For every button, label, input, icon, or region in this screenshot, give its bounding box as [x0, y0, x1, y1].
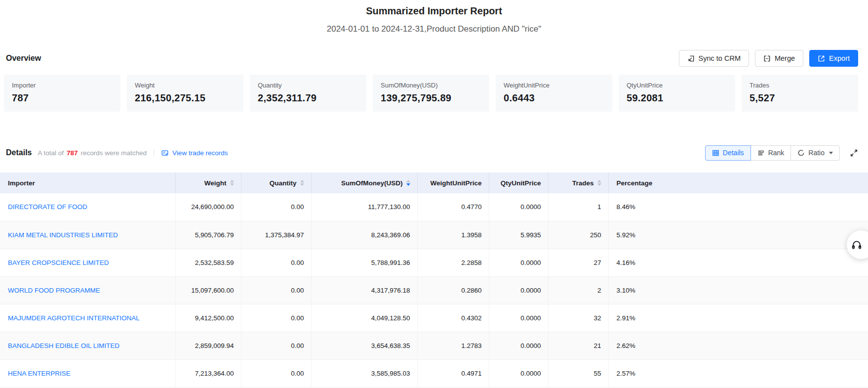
- stat-card-qtyunitprice: QtyUnitPrice 59.2081: [619, 75, 735, 112]
- records-matched-text: A total of 787 records were matched: [38, 149, 147, 157]
- cell-importer: DIRECTORATE OF FOOD: [0, 193, 175, 221]
- cell-weight: 24,690,000.00: [175, 193, 241, 221]
- stat-label: QtyUnitPrice: [627, 82, 727, 89]
- export-button[interactable]: Export: [809, 50, 858, 67]
- cell-trades: 55: [548, 359, 608, 387]
- cell-importer: BAYER CROPSCIENCE LIMITED: [0, 249, 175, 276]
- view-mode-ratio-button[interactable]: Ratio: [790, 145, 840, 161]
- fullscreen-icon[interactable]: [850, 149, 858, 157]
- cell-weight_unit_price: 0.4971: [417, 359, 489, 387]
- cell-weight: 5,905,706.79: [175, 221, 241, 249]
- stat-card-sumofmoney: SumOfMoney(USD) 139,275,795.89: [373, 75, 489, 112]
- matched-suffix: records were matched: [81, 149, 147, 157]
- stat-label: SumOfMoney(USD): [381, 82, 481, 89]
- cell-trades: 27: [548, 249, 608, 276]
- importer-table: Importer Weight Quantity SumOfMoney(USD)…: [0, 172, 868, 388]
- importer-link[interactable]: DIRECTORATE OF FOOD: [8, 203, 87, 211]
- merge-icon: [763, 55, 771, 62]
- view-mode-rank-button[interactable]: Rank: [750, 145, 791, 161]
- view-mode-details-button[interactable]: Details: [705, 145, 751, 161]
- cell-percentage: 4.16%: [608, 249, 868, 276]
- sort-icon-desc-active[interactable]: [406, 180, 410, 186]
- trade-records-icon: [161, 149, 169, 157]
- view-trade-records-link[interactable]: View trade records: [161, 149, 228, 157]
- view-trade-records-label: View trade records: [172, 149, 228, 157]
- stat-label: WeightUnitPrice: [504, 82, 604, 89]
- column-header-importer: Importer: [0, 172, 175, 193]
- importer-link[interactable]: WORLD FOOD PROGRAMME: [8, 287, 100, 294]
- column-label: WeightUnitPrice: [430, 179, 481, 187]
- stat-label: Importer: [12, 82, 113, 89]
- cell-percentage: 5.92%: [608, 221, 868, 249]
- table-grid-icon: [712, 149, 719, 157]
- importer-link[interactable]: BANGLADESH EDIBLE OIL LIMITED: [8, 342, 119, 349]
- cell-qty_unit_price: 0.0000: [489, 304, 548, 332]
- rank-bars-icon: [757, 149, 765, 157]
- sync-to-crm-button[interactable]: Sync to CRM: [679, 50, 749, 67]
- stat-label: Quantity: [258, 82, 358, 89]
- cell-qty_unit_price: 0.0000: [489, 332, 548, 359]
- ratio-donut-icon: [797, 149, 805, 157]
- stat-value: 2,352,311.79: [258, 92, 358, 104]
- column-header-percentage: Percentage: [608, 172, 868, 193]
- sort-icon[interactable]: [597, 180, 601, 186]
- column-label: QtyUnitPrice: [501, 179, 541, 187]
- column-header-quantity[interactable]: Quantity: [241, 172, 311, 193]
- stat-value: 59.2081: [627, 92, 727, 104]
- cell-trades: 32: [548, 304, 608, 332]
- cell-quantity: 0.00: [241, 359, 311, 387]
- stat-value: 139,275,795.89: [381, 92, 481, 104]
- overview-heading: Overview: [4, 54, 41, 63]
- cell-qty_unit_price: 0.0000: [489, 359, 548, 387]
- cell-sum_of_money_usd: 4,049,128.50: [311, 304, 417, 332]
- column-header-weightunitprice: WeightUnitPrice: [417, 172, 489, 193]
- importer-link[interactable]: KIAM METAL INDUSTRIES LIMITED: [8, 231, 118, 239]
- sort-icon[interactable]: [300, 180, 304, 186]
- stat-card-trades: Trades 5,527: [742, 75, 858, 112]
- column-label: Percentage: [617, 179, 653, 187]
- chevron-down-icon: [829, 152, 833, 154]
- cell-weight_unit_price: 0.4302: [417, 304, 489, 332]
- stat-card-weightunitprice: WeightUnitPrice 0.6443: [496, 75, 612, 112]
- stat-card-weight: Weight 216,150,275.15: [127, 75, 243, 112]
- cell-importer: KIAM METAL INDUSTRIES LIMITED: [0, 221, 175, 249]
- cell-trades: 250: [548, 221, 608, 249]
- report-query-subtitle: 2024-01-01 to 2024-12-31,Product Descrip…: [0, 24, 868, 34]
- cell-importer: BANGLADESH EDIBLE OIL LIMITED: [0, 332, 175, 359]
- column-label: SumOfMoney(USD): [341, 179, 403, 187]
- cell-trades: 1: [548, 193, 608, 221]
- summarized-importer-report-page: Summarized Importer Report 2024-01-01 to…: [0, 0, 868, 388]
- column-header-trades[interactable]: Trades: [548, 172, 608, 193]
- matched-count: 787: [67, 149, 78, 157]
- column-header-weight[interactable]: Weight: [175, 172, 241, 193]
- table-row: DIRECTORATE OF FOOD24,690,000.000.0011,7…: [0, 193, 868, 221]
- importer-link[interactable]: HENA ENTERPRISE: [8, 370, 71, 377]
- view-mode-segmented: Details Rank Ratio: [705, 145, 840, 161]
- cell-percentage: 2.57%: [608, 359, 868, 387]
- merge-label: Merge: [775, 54, 795, 62]
- stat-label: Trades: [750, 82, 850, 89]
- table-row: WORLD FOOD PROGRAMME15,097,600.000.004,3…: [0, 276, 868, 304]
- cell-sum_of_money_usd: 3,585,985.03: [311, 359, 417, 387]
- importer-link[interactable]: BAYER CROPSCIENCE LIMITED: [8, 259, 109, 266]
- cell-weight_unit_price: 0.2860: [417, 276, 489, 304]
- page-title: Summarized Importer Report: [0, 0, 868, 17]
- export-icon: [818, 55, 825, 62]
- cell-percentage: 2.91%: [608, 304, 868, 332]
- cell-sum_of_money_usd: 5,788,991.36: [311, 249, 417, 276]
- details-toolbar: Details A total of 787 records were matc…: [4, 145, 858, 160]
- overview-toolbar: Overview Sync to CRM Merge: [4, 50, 858, 67]
- merge-button[interactable]: Merge: [755, 50, 803, 67]
- cell-importer: MAJUMDER AGROTECH INTERNATIONAL: [0, 304, 175, 332]
- column-label: Trades: [572, 179, 594, 187]
- table-body: DIRECTORATE OF FOOD24,690,000.000.0011,7…: [0, 193, 868, 387]
- cell-weight: 9,412,500.00: [175, 304, 241, 332]
- column-label: Quantity: [270, 179, 297, 187]
- sort-icon[interactable]: [230, 180, 234, 186]
- column-header-sumofmoney[interactable]: SumOfMoney(USD): [311, 172, 417, 193]
- cell-quantity: 0.00: [241, 193, 311, 221]
- importer-link[interactable]: MAJUMDER AGROTECH INTERNATIONAL: [8, 314, 140, 322]
- cell-percentage: 8.46%: [608, 193, 868, 221]
- cell-weight_unit_price: 1.3958: [417, 221, 489, 249]
- cell-sum_of_money_usd: 4,317,976.18: [311, 276, 417, 304]
